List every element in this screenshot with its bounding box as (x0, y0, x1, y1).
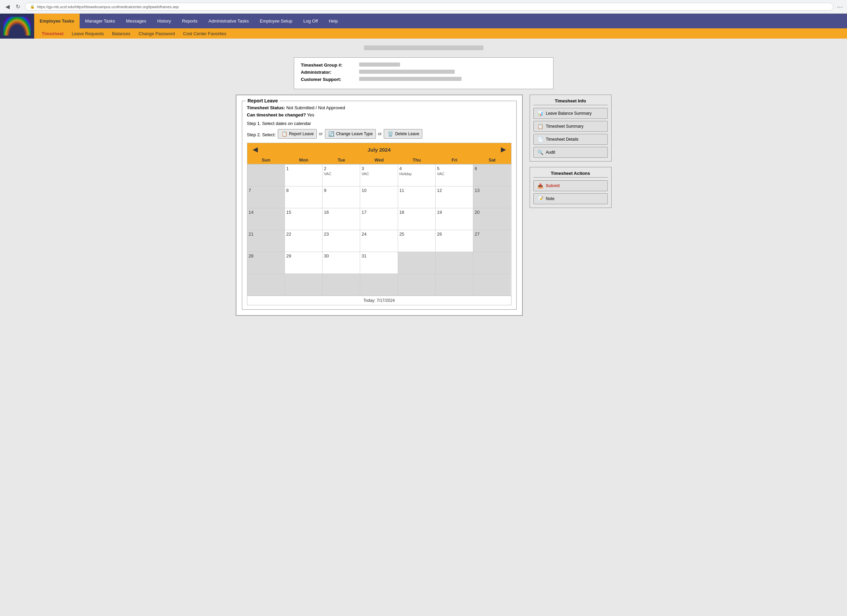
refresh-button[interactable]: ↻ (14, 2, 22, 11)
back-button[interactable]: ◀ (4, 2, 11, 11)
timesheet-details-button[interactable]: 📄 Timesheet Details (533, 134, 608, 145)
calendar-date: 25 (400, 231, 404, 237)
timesheet-group-label: Timesheet Group #: (301, 62, 356, 68)
administrator-row: Administrator: (301, 70, 546, 75)
secondary-nav: Timesheet Leave Requests Balances Change… (34, 28, 847, 38)
calendar-date: 23 (324, 231, 329, 237)
calendar-date: 3 (362, 166, 364, 171)
calendar-cell[interactable]: 13 (473, 186, 511, 208)
address-bar[interactable]: 🔒 https://gp-mb.ucsf.edu/https/hbswebcam… (25, 3, 833, 10)
calendar-cell[interactable]: 27 (473, 230, 511, 252)
leave-balance-summary-button[interactable]: 📊 Leave Balance Summary (533, 108, 608, 119)
calendar-cell[interactable]: 14 (247, 208, 285, 230)
calendar-cell[interactable]: 19 (435, 208, 473, 230)
change-leave-icon: 🔄 (328, 130, 335, 137)
can-change-row: Can timesheet be changed? Yes (247, 112, 512, 118)
nav-manager-tasks[interactable]: Manager Tasks (80, 14, 121, 28)
calendar-event: VAC (324, 172, 359, 176)
timesheet-actions-section: Timesheet Actions 📤 Submit 📝 Note (530, 167, 612, 208)
calendar-cell[interactable]: 23 (323, 230, 360, 252)
calendar-cell[interactable]: 2VAC (323, 165, 360, 186)
calendar-date: 14 (249, 210, 254, 215)
administrator-label: Administrator: (301, 70, 356, 75)
calendar-cell[interactable]: 22 (285, 230, 323, 252)
or-text-1: or (319, 131, 323, 136)
logo-area (0, 14, 34, 38)
calendar-cell[interactable]: 26 (435, 230, 473, 252)
nav-employee-setup[interactable]: Employee Setup (254, 14, 298, 28)
nav-log-off[interactable]: Log Off (298, 14, 323, 28)
calendar-cell[interactable]: 11 (398, 186, 435, 208)
calendar-event: Holiday (400, 172, 434, 176)
nav-messages[interactable]: Messages (121, 14, 152, 28)
calendar-cell[interactable]: 1 (285, 165, 323, 186)
calendar-cell[interactable]: 30 (323, 252, 360, 274)
nav-leave-requests[interactable]: Leave Requests (68, 30, 108, 38)
nav-reports[interactable]: Reports (177, 14, 203, 28)
calendar-title: July 2024 (367, 147, 391, 153)
calendar-cell[interactable]: 8 (285, 186, 323, 208)
report-leave-title: Report Leave (246, 98, 280, 103)
browser-actions: ⋯ (837, 3, 843, 10)
report-leave-button[interactable]: 📋 Report Leave (278, 129, 317, 139)
page-content: Timesheet Group #: Administrator: Custom… (0, 38, 847, 616)
calendar-cell (360, 274, 398, 296)
timesheet-summary-button[interactable]: 📋 Timesheet Summary (533, 121, 608, 132)
calendar-cell[interactable]: 17 (360, 208, 398, 230)
calendar-cell[interactable]: 24 (360, 230, 398, 252)
calendar-footer: Today: 7/17/2024 (247, 296, 511, 305)
calendar-cell[interactable]: 18 (398, 208, 435, 230)
calendar-date: 16 (324, 210, 329, 215)
calendar-date: 20 (475, 210, 480, 215)
calendar-cell[interactable]: 12 (435, 186, 473, 208)
day-wed: Wed (360, 156, 398, 164)
change-leave-btn-label: Change Leave Type (336, 131, 373, 136)
calendar-cell[interactable]: 28 (247, 252, 285, 274)
calendar-cell[interactable]: 20 (473, 208, 511, 230)
timesheet-info-section: Timesheet Info 📊 Leave Balance Summary 📋… (530, 94, 612, 162)
calendar-cell[interactable]: 9 (323, 186, 360, 208)
submit-button[interactable]: 📤 Submit (533, 180, 608, 191)
calendar-cell[interactable]: 31 (360, 252, 398, 274)
step1-label: Step 1. Select dates on calendar (247, 121, 512, 126)
calendar-cell[interactable]: 29 (285, 252, 323, 274)
calendar-date: 19 (437, 210, 442, 215)
nav-timesheet[interactable]: Timesheet (38, 30, 68, 38)
note-label: Note (546, 196, 555, 201)
right-sidebar: Timesheet Info 📊 Leave Balance Summary 📋… (530, 94, 612, 208)
calendar-cell[interactable]: 10 (360, 186, 398, 208)
calendar-cell[interactable]: 6 (473, 165, 511, 186)
calendar-cell[interactable]: 7 (247, 186, 285, 208)
or-text-2: or (378, 131, 382, 136)
nav-employee-tasks[interactable]: Employee Tasks (34, 14, 80, 28)
audit-button[interactable]: 🔍 Audit (533, 147, 608, 158)
calendar-date: 18 (400, 210, 404, 215)
calendar-cell[interactable]: 5VAC (435, 165, 473, 186)
calendar-cell[interactable]: 16 (323, 208, 360, 230)
note-button[interactable]: 📝 Note (533, 193, 608, 204)
action-row: Step 2. Select: 📋 Report Leave or 🔄 Chan… (247, 129, 512, 139)
calendar-cell[interactable]: 3VAC (360, 165, 398, 186)
calendar-prev-button[interactable]: ◀ (253, 146, 258, 153)
calendar-next-button[interactable]: ▶ (501, 146, 506, 153)
calendar-cell[interactable]: 15 (285, 208, 323, 230)
timesheet-group-row: Timesheet Group #: (301, 62, 546, 68)
calendar-cell[interactable]: 21 (247, 230, 285, 252)
calendar-date: 28 (249, 253, 254, 258)
calendar-cell[interactable]: 25 (398, 230, 435, 252)
nav-history[interactable]: History (152, 14, 176, 28)
calendar-date: 2 (324, 166, 326, 171)
nav-help[interactable]: Help (323, 14, 343, 28)
nav-balances[interactable]: Balances (108, 30, 134, 38)
customer-support-row: Customer Support: (301, 77, 546, 82)
extensions-icon[interactable]: ⋯ (837, 3, 843, 10)
timesheet-status-value: Not Submitted / Not Approved (286, 105, 345, 110)
nav-administrative-tasks[interactable]: Administrative Tasks (203, 14, 254, 28)
day-thu: Thu (398, 156, 435, 164)
delete-leave-button[interactable]: 🗑️ Delete Leave (384, 129, 422, 139)
nav-cost-center-favorites[interactable]: Cost Center Favorites (179, 30, 230, 38)
nav-change-password[interactable]: Change Password (134, 30, 179, 38)
calendar-cell[interactable]: 4Holiday (398, 165, 435, 186)
change-leave-type-button[interactable]: 🔄 Change Leave Type (325, 129, 376, 139)
calendar-date: 9 (324, 188, 326, 193)
